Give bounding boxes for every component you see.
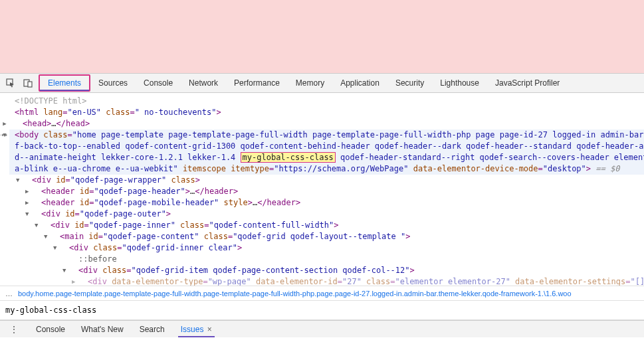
tab-profiler[interactable]: JavaScript Profiler (487, 73, 568, 93)
tab-network[interactable]: Network (181, 73, 226, 93)
dom-node[interactable]: <div class="qodef-grid-inner clear"> (5, 242, 644, 254)
expand-arrow-icon[interactable]: ▶ (25, 197, 29, 209)
drawer-toolbar: ⋮ Console What's New Search Issues × (0, 320, 644, 337)
device-toolbar-icon[interactable] (21, 76, 35, 90)
devtools-main-toolbar: Elements Sources Console Network Perform… (0, 73, 644, 93)
expand-arrow-icon[interactable]: ▶ (72, 276, 75, 286)
expand-arrow-icon[interactable]: ▼ (62, 265, 66, 276)
tab-lighthouse[interactable]: Lighthouse (432, 73, 487, 93)
elements-search-bar (0, 300, 644, 320)
drawer-tab-whatsnew[interactable]: What's New (78, 325, 126, 334)
drawer-tab-search[interactable]: Search (137, 325, 167, 334)
page-preview-area (0, 0, 644, 73)
dom-node[interactable]: <header id="qodef-page-mobile-header" st… (5, 197, 644, 209)
tab-memory[interactable]: Memory (288, 73, 332, 93)
dom-node[interactable]: <div id="qodef-page-outer"> (5, 209, 644, 220)
body-node[interactable]: <body class="home page-template page-tem… (9, 129, 644, 175)
dom-breadcrumb[interactable]: … body.home.page-template.page-template-… (0, 286, 644, 300)
tab-performance[interactable]: Performance (226, 73, 288, 93)
pseudo-element[interactable]: ::before (78, 254, 117, 264)
selection-dots-icon: ••• (0, 129, 7, 141)
expand-arrow-icon[interactable]: ▼ (25, 209, 29, 220)
inspect-element-icon[interactable] (4, 76, 17, 90)
doctype-node[interactable]: <!DOCTYPE html> (15, 96, 86, 106)
svg-rect-2 (28, 82, 32, 87)
dom-node[interactable]: <div id="qodef-page-wrapper" class> (5, 175, 644, 186)
dom-node[interactable]: <main id="qodef-page-content" class="qod… (5, 231, 644, 242)
expand-arrow-icon[interactable]: ▼ (53, 242, 56, 254)
selected-element-indicator: == $0 (591, 164, 619, 173)
dom-node[interactable]: <div data-elementor-type="wp-page" data-… (5, 276, 644, 286)
drawer-tab-issues[interactable]: Issues × (178, 325, 215, 334)
close-icon[interactable]: × (205, 325, 211, 334)
elements-dom-tree[interactable]: ••• <!DOCTYPE html> <html lang="en-US" c… (0, 93, 644, 286)
head-node[interactable]: <head>…</head> (5, 118, 644, 129)
drawer-tab-console[interactable]: Console (33, 325, 68, 334)
dom-node[interactable]: <header id="qodef-page-header">…</header… (5, 186, 644, 197)
search-match-highlight: my-global-css-class (241, 152, 336, 163)
dom-node[interactable]: <div id="qodef-page-inner" class="qodef-… (5, 220, 644, 231)
breadcrumb-segment[interactable]: body.home.page-template.page-template-pa… (18, 290, 572, 298)
tab-sources[interactable]: Sources (90, 73, 136, 93)
expand-arrow-icon[interactable]: ▼ (44, 231, 47, 242)
expand-arrow-icon[interactable]: ▶ (25, 186, 29, 197)
tab-console[interactable]: Console (136, 73, 181, 93)
expand-arrow-icon[interactable]: ▼ (35, 220, 38, 231)
tab-elements[interactable]: Elements (39, 74, 90, 92)
expand-arrow-icon[interactable] (1, 118, 8, 129)
elements-search-input[interactable] (5, 305, 639, 315)
expand-arrow-icon[interactable]: ▼ (16, 175, 19, 186)
tab-security[interactable]: Security (387, 73, 432, 93)
html-node[interactable]: <html lang="en-US" class=" no-touchevent… (5, 107, 644, 118)
dom-node[interactable]: <div class="qodef-grid-item qodef-page-c… (5, 265, 644, 276)
drawer-menu-icon[interactable]: ⋮ (5, 324, 23, 335)
tab-application[interactable]: Application (332, 73, 387, 93)
